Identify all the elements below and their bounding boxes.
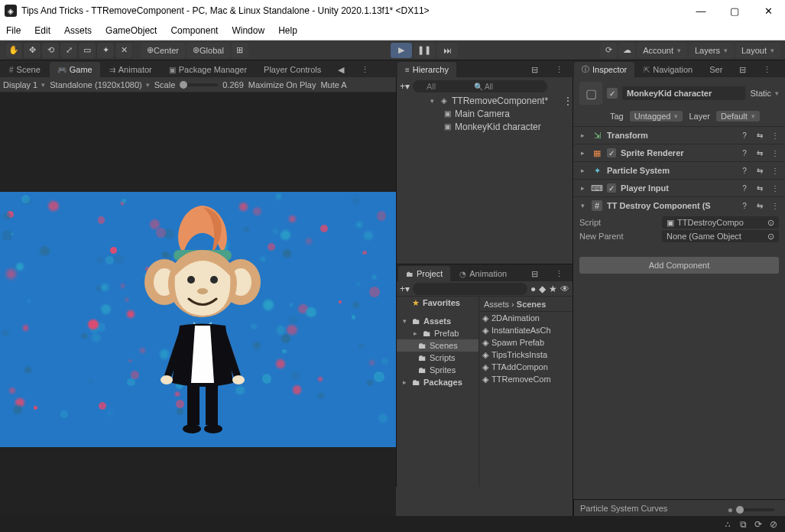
preset-icon[interactable]: ⇆ bbox=[754, 149, 765, 157]
help-icon[interactable]: ? bbox=[739, 202, 750, 210]
status-refresh-icon[interactable]: ⟳ bbox=[754, 519, 762, 530]
tab-more[interactable]: ⋮ bbox=[353, 62, 377, 77]
pivot-toggle[interactable]: ⊕Center bbox=[141, 43, 185, 58]
filter-label-icon[interactable]: ◆ bbox=[539, 284, 546, 294]
filter-type-icon[interactable]: ● bbox=[530, 284, 536, 294]
transform-tool-icon[interactable]: ✦ bbox=[97, 43, 114, 58]
help-icon[interactable]: ? bbox=[739, 184, 750, 193]
resolution-dropdown[interactable]: Standalone (1920x1080) bbox=[50, 80, 149, 89]
snap-icon[interactable]: ⊞ bbox=[232, 43, 248, 58]
scale-tool-icon[interactable]: ⤢ bbox=[60, 43, 77, 58]
tab-prev[interactable]: ◀ bbox=[330, 62, 352, 77]
player-input-component[interactable]: ▸⌨✓Player Input?⇆⋮ bbox=[573, 180, 785, 196]
help-icon[interactable]: ? bbox=[739, 131, 750, 140]
asset-2danimation[interactable]: ◈2DAnimation bbox=[479, 312, 573, 324]
input-enabled-checkbox[interactable]: ✓ bbox=[607, 183, 616, 193]
object-picker-icon[interactable]: ⊙ bbox=[767, 232, 774, 242]
asset-ttadd[interactable]: ◈TTAddCompon bbox=[479, 361, 573, 373]
pause-button[interactable]: ❚❚ bbox=[414, 43, 435, 58]
play-button[interactable]: ▶ bbox=[391, 43, 412, 58]
destroy-component[interactable]: ▾#TT Destroy Component (S?⇆⋮ bbox=[573, 197, 785, 214]
create-dropdown[interactable]: +▾ bbox=[400, 81, 410, 92]
custom-tool-icon[interactable]: ✕ bbox=[115, 43, 132, 58]
space-toggle[interactable]: ⊛Global bbox=[187, 43, 230, 58]
step-button[interactable]: ⏭ bbox=[436, 43, 458, 58]
breadcrumb-assets[interactable]: Assets bbox=[484, 300, 509, 309]
menu-window[interactable]: Window bbox=[232, 25, 264, 36]
object-picker-icon[interactable]: ⊙ bbox=[767, 218, 774, 228]
tab-navigation[interactable]: ⇱Navigation bbox=[636, 62, 700, 77]
tab-game[interactable]: 🎮Game bbox=[50, 62, 100, 77]
cloud-icon[interactable]: ☁ bbox=[618, 43, 635, 58]
newparent-value[interactable]: None (Game Object⊙ bbox=[662, 230, 779, 242]
hierarchy-menu[interactable]: ⋮ bbox=[547, 62, 571, 77]
menu-file[interactable]: File bbox=[6, 25, 21, 36]
minimize-button[interactable]: ― bbox=[684, 0, 718, 21]
grid-size-slider[interactable]: ● bbox=[728, 504, 774, 515]
scripts-row[interactable]: 🖿Scripts bbox=[397, 352, 478, 364]
camera-row[interactable]: ▣ Main Camera bbox=[397, 107, 573, 120]
monkey-row[interactable]: ▣ MonkeyKid character bbox=[397, 120, 573, 133]
menu-help[interactable]: Help bbox=[278, 25, 297, 36]
object-name-field[interactable]: MonkeyKid character bbox=[622, 86, 745, 100]
active-checkbox[interactable]: ✓ bbox=[607, 88, 618, 99]
prefab-row[interactable]: ▸🖿Prefab bbox=[397, 327, 478, 339]
tab-project[interactable]: 🖿Project bbox=[398, 266, 450, 281]
layout-dropdown[interactable]: Layout bbox=[735, 43, 780, 58]
hidden-icon[interactable]: 👁 bbox=[560, 284, 569, 294]
rect-tool-icon[interactable]: ▭ bbox=[79, 43, 96, 58]
sprite-renderer-component[interactable]: ▸▦✓Sprite Renderer?⇆⋮ bbox=[573, 144, 785, 161]
favorites-row[interactable]: ★Favorites bbox=[397, 297, 478, 309]
collab-icon[interactable]: ⟳ bbox=[600, 43, 617, 58]
menu-edit[interactable]: Edit bbox=[34, 25, 50, 36]
status-check-icon[interactable]: ⊘ bbox=[770, 519, 777, 530]
menu-component[interactable]: Component bbox=[170, 25, 218, 36]
preset-icon[interactable]: ⇆ bbox=[754, 184, 765, 193]
rotate-tool-icon[interactable]: ⟲ bbox=[42, 43, 59, 58]
mute-audio[interactable]: Mute A bbox=[320, 80, 346, 89]
maximize-on-play[interactable]: Maximize On Play bbox=[248, 80, 316, 89]
status-bug-icon[interactable]: ⛬ bbox=[723, 519, 732, 530]
tab-inspector[interactable]: ⓘInspector bbox=[574, 62, 634, 77]
tab-player-controls[interactable]: Player Controls bbox=[256, 62, 329, 77]
transform-component[interactable]: ▸⇲Transform?⇆⋮ bbox=[573, 127, 785, 144]
tab-animator[interactable]: ⇉Animator bbox=[102, 62, 160, 77]
inspector-menu[interactable]: ⋮ bbox=[755, 62, 779, 77]
add-component-button[interactable]: Add Component bbox=[579, 257, 779, 274]
hand-tool-icon[interactable]: ✋ bbox=[5, 43, 22, 58]
scale-slider[interactable] bbox=[180, 83, 218, 86]
help-icon[interactable]: ? bbox=[739, 167, 750, 175]
gameobject-large-icon[interactable]: ▢ bbox=[579, 82, 602, 105]
hierarchy-search[interactable] bbox=[413, 80, 547, 92]
particle-system-component[interactable]: ▸✦Particle System?⇆⋮ bbox=[573, 162, 785, 179]
filter-fav-icon[interactable]: ★ bbox=[549, 284, 557, 294]
asset-instantiate[interactable]: ◈InstantiateAsCh bbox=[479, 324, 573, 336]
project-search[interactable] bbox=[413, 283, 527, 295]
preset-icon[interactable]: ⇆ bbox=[754, 131, 765, 140]
project-create[interactable]: +▾ bbox=[400, 284, 410, 294]
asset-spawn[interactable]: ◈Spawn Prefab bbox=[479, 336, 573, 349]
asset-ttremove[interactable]: ◈TTRemoveCom bbox=[479, 373, 573, 385]
breadcrumb-scenes[interactable]: Scenes bbox=[517, 300, 547, 309]
component-menu-icon[interactable]: ⋮ bbox=[770, 184, 780, 193]
tab-package-manager[interactable]: ▣Package Manager bbox=[161, 62, 255, 77]
tab-services[interactable]: Ser bbox=[702, 62, 730, 77]
scene-row[interactable]: ▾ ◈ TTRemoveComponent* ⋮ bbox=[397, 94, 573, 107]
display-dropdown[interactable]: Display 1 bbox=[3, 80, 45, 89]
help-icon[interactable]: ? bbox=[739, 149, 750, 157]
tab-scene[interactable]: #Scene bbox=[2, 62, 48, 77]
assets-row[interactable]: ▾🖿Assets bbox=[397, 315, 478, 327]
component-menu-icon[interactable]: ⋮ bbox=[770, 167, 780, 175]
tab-hierarchy[interactable]: ≡Hierarchy bbox=[397, 62, 456, 77]
menu-gameobject[interactable]: GameObject bbox=[105, 25, 157, 36]
tag-dropdown[interactable]: Untagged bbox=[630, 111, 683, 122]
component-menu-icon[interactable]: ⋮ bbox=[770, 131, 780, 140]
packages-row[interactable]: ▸🖿Packages bbox=[397, 376, 478, 388]
script-value[interactable]: ▣TTDestroyCompo⊙ bbox=[662, 216, 779, 229]
project-menu[interactable]: ⋮ bbox=[547, 266, 571, 281]
tab-animation[interactable]: ◔Animation bbox=[452, 266, 514, 281]
preset-icon[interactable]: ⇆ bbox=[754, 202, 765, 210]
sprite-enabled-checkbox[interactable]: ✓ bbox=[607, 148, 616, 157]
close-button[interactable]: ✕ bbox=[751, 0, 785, 21]
scenes-row[interactable]: 🖿Scenes bbox=[397, 339, 478, 352]
